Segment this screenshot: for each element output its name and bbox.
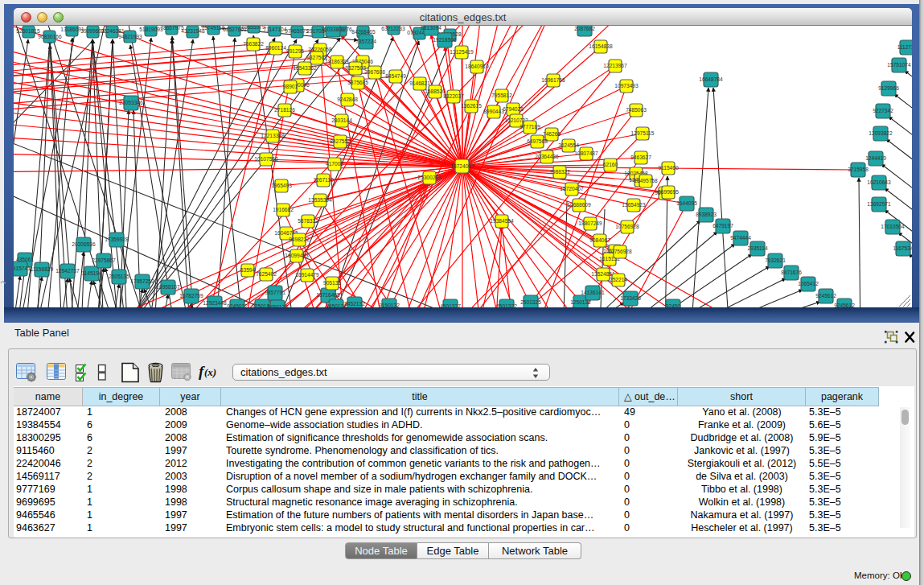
svg-text:2803144: 2803144 [331,117,352,123]
svg-text:19218506: 19218506 [433,37,457,43]
svg-text:16210643: 16210643 [867,179,891,185]
svg-text:1145194: 1145194 [81,270,102,276]
svg-text:20206536: 20206536 [72,241,96,247]
svg-text:905135: 905135 [323,280,341,286]
svg-text:6479197: 6479197 [713,223,733,229]
svg-text:9150132: 9150132 [379,303,400,307]
svg-text:8813094: 8813094 [421,25,441,31]
svg-text:1733426: 1733426 [620,295,641,301]
svg-text:2505135: 2505135 [109,274,129,279]
svg-text:1244419: 1244419 [865,155,886,161]
svg-text:12942737: 12942737 [55,268,80,274]
svg-text:9245012: 9245012 [227,303,248,307]
svg-text:7632621: 7632621 [765,257,786,263]
svg-text:16914479: 16914479 [295,272,319,278]
svg-text:5875685: 5875685 [347,80,368,85]
svg-text:94821993: 94821993 [118,34,142,39]
svg-text:13716485: 13716485 [316,292,340,298]
svg-text:8471676: 8471676 [781,270,802,275]
svg-text:6497568: 6497568 [527,138,548,144]
svg-text:6501322: 6501322 [496,303,517,307]
svg-text:1965493: 1965493 [271,183,292,188]
svg-text:1167534: 1167534 [893,245,912,251]
svg-text:10756928: 10756928 [608,249,632,254]
svg-text:19384554: 19384554 [490,218,514,224]
svg-text:7485063: 7485063 [626,107,647,113]
svg-text:13654923: 13654923 [622,202,646,208]
svg-text:417006: 417006 [326,161,343,167]
svg-text:9327503: 9327503 [306,55,327,60]
svg-text:17010504: 17010504 [881,224,905,229]
svg-text:3915741: 3915741 [14,266,31,271]
svg-text:13495758: 13495758 [634,178,658,183]
svg-text:8322037: 8322037 [443,93,464,99]
svg-text:(x): (x) [204,366,216,378]
svg-text:9699695: 9699695 [658,189,679,195]
svg-text:16648784: 16648784 [699,76,723,82]
svg-text:9474444: 9474444 [730,235,751,241]
svg-text:746266: 746266 [543,131,561,137]
svg-text:10973493: 10973493 [614,83,639,89]
svg-text:10807487: 10807487 [574,150,598,156]
svg-text:8938923: 8938923 [696,212,717,217]
svg-text:9115460: 9115460 [658,165,679,171]
svg-text:9498222: 9498222 [289,237,310,242]
svg-text:5878332: 5878332 [298,218,318,224]
svg-text:97465075: 97465075 [285,28,309,34]
svg-text:9242848: 9242848 [337,97,358,102]
svg-text:10688609: 10688609 [567,202,591,208]
svg-text:8960124: 8960124 [265,45,286,51]
svg-text:9245612: 9245612 [815,293,836,299]
svg-text:9777169: 9777169 [519,124,540,130]
svg-text:18640910: 18640910 [465,64,489,69]
svg-text:6794028: 6794028 [503,106,524,112]
svg-text:12213389: 12213389 [261,133,285,138]
svg-text:2718126: 2718126 [274,107,295,113]
svg-text:25300203: 25300203 [417,175,441,180]
svg-text:75749118: 75749118 [202,25,225,31]
svg-text:2501325: 2501325 [520,299,541,305]
svg-text:9129966: 9129966 [878,85,899,91]
svg-text:17957253: 17957253 [130,278,154,284]
svg-text:98901: 98901 [283,84,298,89]
svg-text:16961758: 16961758 [541,77,565,83]
svg-text:10756928: 10756928 [615,224,639,229]
svg-text:18724007: 18724007 [450,163,474,169]
svg-text:3624554: 3624554 [558,142,579,148]
svg-text:08246281: 08246281 [101,28,125,34]
svg-text:13692971: 13692971 [867,201,891,207]
svg-text:7357224: 7357224 [355,39,376,44]
svg-text:16154838: 16154838 [589,43,613,49]
svg-text:2967608: 2967608 [364,69,385,75]
svg-text:12975115: 12975115 [631,130,655,136]
svg-text:8427552: 8427552 [330,138,351,144]
svg-text:9245612: 9245612 [834,303,855,307]
svg-text:7663822: 7663822 [243,41,264,47]
svg-text:52601815: 52601815 [16,28,40,34]
svg-text:18807249: 18807249 [578,220,602,226]
svg-text:9327503: 9327503 [345,65,366,71]
svg-text:8454749: 8454749 [385,73,406,79]
svg-text:15720407: 15720407 [560,186,584,192]
svg-text:16958107: 16958107 [156,284,180,290]
svg-text:7955812: 7955812 [491,93,512,98]
svg-text:16782759: 16782759 [179,293,203,299]
svg-text:18186323: 18186323 [325,59,349,64]
svg-text:89555979: 89555979 [241,25,265,30]
svg-text:1112735: 1112735 [897,44,912,50]
svg-text:17359928: 17359928 [105,237,129,242]
svg-text:84268465: 84268465 [351,29,376,35]
svg-text:8450125: 8450125 [267,304,288,307]
svg-text:7986322: 7986322 [549,169,570,175]
svg-text:20364436: 20364436 [535,154,559,159]
svg-text:16543362: 16543362 [293,65,317,71]
svg-text:12923448: 12923448 [203,300,227,306]
svg-text:1916682: 1916682 [273,207,294,212]
svg-text:16033809: 16033809 [321,27,345,32]
svg-text:8452132: 8452132 [344,301,365,307]
svg-text:4501327: 4501327 [440,303,461,307]
svg-text:22975867: 22975867 [92,257,116,263]
svg-text:90830166: 90830166 [38,34,62,39]
svg-text:15751074: 15751074 [887,62,911,68]
svg-text:891295: 891295 [286,48,304,54]
